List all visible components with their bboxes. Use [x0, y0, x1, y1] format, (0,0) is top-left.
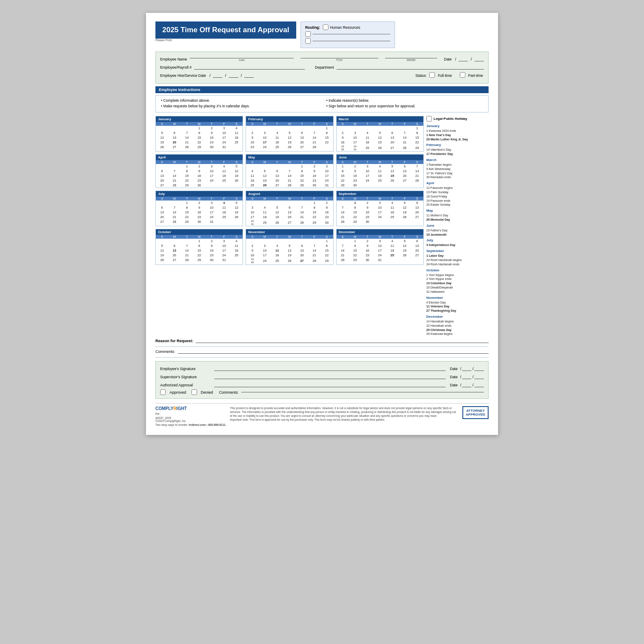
denied-checkbox[interactable]: [191, 389, 197, 395]
instructions-header: Employee Instructions: [155, 86, 489, 93]
holidays-sidebar: Legal Public Holiday January 1 Kwanzaa 2…: [426, 116, 489, 336]
routing-box: Routing: Human Resources: [301, 21, 395, 48]
h-apr-3: 18 Good Friday: [426, 194, 489, 199]
instructions-section: Employee Instructions • Complete informa…: [155, 86, 489, 112]
h-jan-2: 1 New Year's Day: [426, 133, 489, 137]
signature-section: Employee's Signature Date / / Supervisor…: [155, 361, 489, 399]
supervisor-sig-row: Supervisor's Signature Date / /: [160, 373, 484, 379]
parttime-checkbox[interactable]: [460, 72, 465, 78]
employee-section: Employee Name Last First Middle Date / /: [155, 52, 489, 84]
cal-april-header: April: [156, 155, 243, 160]
sup-date-d[interactable]: [474, 373, 484, 379]
auth-date-label: Date: [450, 383, 458, 387]
supervisor-sig-field[interactable]: [214, 373, 446, 379]
routing-label: Routing:: [305, 25, 320, 30]
sig-comments-label: Comments:: [219, 390, 239, 395]
department-field[interactable]: [337, 64, 484, 70]
cal-january-header: January: [156, 116, 243, 122]
routing-checkbox-2[interactable]: [305, 31, 311, 37]
cal-december-header: December: [337, 229, 423, 235]
calendars-area: January SMTWTFS 1234 567891011 121314151…: [155, 116, 489, 336]
hire-date-label: Employee Hire/Service Date: [160, 73, 206, 78]
payroll-field[interactable]: [194, 64, 304, 70]
h-nov-1: 4 Election Day: [426, 301, 489, 305]
h-sep-3: 24 Rosh Hashanah ends: [426, 262, 489, 267]
auth-date-m[interactable]: [462, 381, 471, 387]
approved-row: Approved Denied Comments:: [160, 389, 484, 395]
status-label: Status:: [415, 73, 426, 78]
employee-sig-row: Employee's Signature Date / /: [160, 365, 484, 371]
reason-field[interactable]: [196, 343, 489, 343]
hire-month[interactable]: [213, 72, 222, 78]
authorized-sig-field[interactable]: [214, 381, 446, 387]
sup-date-label: Date: [450, 375, 458, 379]
h-jun-1: 15 Father's Day: [426, 228, 489, 233]
h-month-march: March: [426, 158, 489, 162]
employee-sig-field[interactable]: [214, 365, 446, 371]
payroll-label: Employee/Payroll #: [160, 65, 191, 70]
h-feb-1: 14 Valentine's Day: [426, 148, 489, 152]
cal-may-header: May: [246, 155, 333, 160]
copyright: ©2023 ComplyRight, Inc.: [155, 419, 225, 422]
h-apr-4: 19 Passover ends: [426, 199, 489, 203]
legal-holiday-checkbox[interactable]: [426, 116, 432, 122]
h-month-january: January: [426, 124, 489, 128]
department-label: Department: [315, 65, 334, 70]
h-jun-2: 19 Juneteenth: [426, 233, 489, 237]
h-apr-2: 13 Palm Sunday: [426, 190, 489, 194]
cal-january: January SMTWTFS 1234 567891011 121314151…: [155, 116, 243, 152]
h-month-july: July: [426, 238, 489, 242]
form-title: 2025 Time Off Request and Approval: [155, 21, 296, 39]
sup-date-m[interactable]: [462, 373, 471, 379]
cal-june-header: June: [337, 155, 423, 160]
approved-checkbox[interactable]: [160, 389, 166, 395]
supervisor-sig-label: Supervisor's Signature: [160, 375, 212, 379]
date-month[interactable]: [459, 55, 468, 61]
reorder-info: Two easy ways to reorder: hrdirect.com •…: [155, 423, 225, 426]
employee-sig-label: Employee's Signature: [160, 367, 212, 371]
approved-label: Approved: [170, 390, 186, 395]
h-month-february: February: [426, 143, 489, 147]
comments-field[interactable]: [178, 353, 489, 354]
cal-march: March SMTWTFS 1 2345678 9101112131415 16…: [336, 116, 424, 152]
cal-row-2: April SMTWTFS 12345 6789101112 131415161…: [155, 154, 424, 188]
h-apr-1: 12 Passover begins: [426, 186, 489, 190]
instr-right-1: • Indicate reason(s) below.: [326, 98, 483, 103]
cal-may: May SMTWTFS 123 45678910 11121314151617 …: [246, 154, 333, 188]
cal-october-header: October: [156, 229, 243, 235]
header-section: 2025 Time Off Request and Approval Pleas…: [155, 21, 489, 48]
cal-august-header: August: [246, 191, 333, 197]
last-sub: Last: [190, 58, 294, 61]
hire-day[interactable]: [229, 72, 238, 78]
cal-march-header: March: [337, 116, 423, 122]
cal-july-header: July: [156, 191, 243, 197]
routing-checkbox-3[interactable]: [305, 38, 311, 44]
h-month-october: October: [426, 268, 489, 272]
footer: COMPLYRIGHTInc. A0037_2025 ©2023 ComplyR…: [155, 403, 489, 426]
attorney-badge: ATTORNEYAPPROVED: [462, 406, 489, 419]
h-dec-1: 14 Hanukkah begins: [426, 319, 489, 324]
h-oct-2: 2 Yom Kippur ends: [426, 277, 489, 281]
h-feb-2: 17 Presidents' Day: [426, 152, 489, 156]
emp-date-m[interactable]: [462, 365, 471, 371]
hire-year[interactable]: [244, 72, 254, 78]
h-jul-1: 4 Independence Day: [426, 243, 489, 247]
cal-june: June SMTWTFS 1234567 891011121314 151617…: [336, 154, 424, 188]
h-oct-4: 20 Diwali/Deepavali: [426, 286, 489, 290]
instructions-body: • Complete information above. • Make req…: [155, 95, 489, 112]
h-mar-1: 1 Ramadan begins: [426, 163, 489, 167]
first-sub: First: [301, 58, 378, 61]
emp-date-label: Date: [450, 367, 458, 371]
auth-date-d[interactable]: [474, 381, 484, 387]
date-day[interactable]: [474, 55, 484, 61]
fulltime-checkbox[interactable]: [429, 72, 435, 78]
emp-date-d[interactable]: [474, 365, 484, 371]
authorized-sig-label: Authorized Approval: [160, 383, 212, 387]
page: 2025 Time Off Request and Approval Pleas…: [146, 13, 498, 435]
cal-row-4: October SMTWTFS 1234 567891011 121314151…: [155, 229, 424, 264]
authorized-sig-row: Authorized Approval Date / /: [160, 381, 484, 387]
h-jan-1: 1 Kwanzaa 2024 ends: [426, 129, 489, 133]
h-mar-3: 17 St. Patrick's Day: [426, 171, 489, 176]
cal-september: September SMTWTFS 123456 78910111213 141…: [336, 191, 424, 226]
routing-checkbox-hr[interactable]: [323, 24, 328, 30]
